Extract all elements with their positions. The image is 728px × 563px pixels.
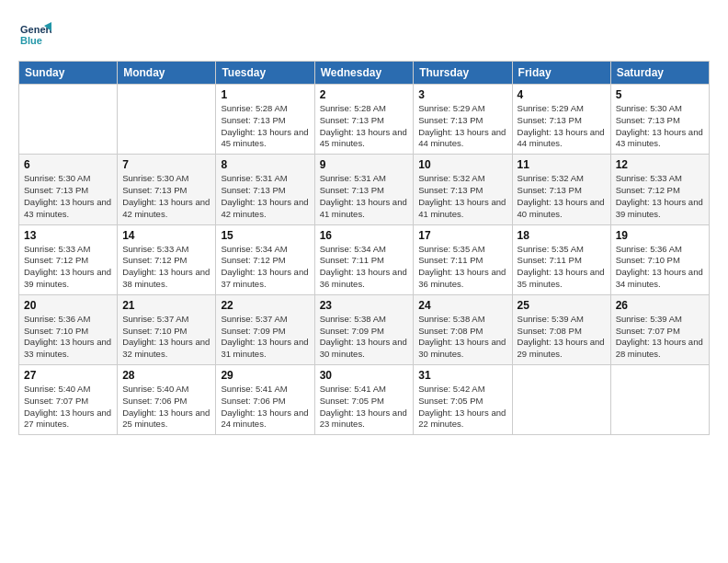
day-info: Sunrise: 5:39 AM Sunset: 7:07 PM Dayligh… bbox=[616, 314, 704, 361]
calendar-week-1: 1Sunrise: 5:28 AM Sunset: 7:13 PM Daylig… bbox=[19, 85, 710, 155]
day-info: Sunrise: 5:28 AM Sunset: 7:13 PM Dayligh… bbox=[320, 103, 409, 150]
day-number: 28 bbox=[122, 369, 210, 382]
day-number: 3 bbox=[418, 88, 506, 101]
calendar-cell: 20Sunrise: 5:36 AM Sunset: 7:10 PM Dayli… bbox=[19, 294, 118, 364]
day-info: Sunrise: 5:31 AM Sunset: 7:13 PM Dayligh… bbox=[320, 173, 409, 220]
col-header-sunday: Sunday bbox=[19, 62, 118, 85]
day-number: 1 bbox=[221, 88, 309, 101]
col-header-friday: Friday bbox=[512, 62, 610, 85]
calendar-week-5: 27Sunrise: 5:40 AM Sunset: 7:07 PM Dayli… bbox=[19, 365, 710, 435]
calendar-cell: 29Sunrise: 5:41 AM Sunset: 7:06 PM Dayli… bbox=[216, 365, 314, 435]
calendar-cell bbox=[118, 85, 216, 155]
calendar-cell: 27Sunrise: 5:40 AM Sunset: 7:07 PM Dayli… bbox=[19, 365, 118, 435]
day-info: Sunrise: 5:35 AM Sunset: 7:11 PM Dayligh… bbox=[418, 244, 506, 291]
calendar-cell: 31Sunrise: 5:42 AM Sunset: 7:05 PM Dayli… bbox=[414, 365, 512, 435]
day-info: Sunrise: 5:40 AM Sunset: 7:06 PM Dayligh… bbox=[122, 384, 210, 431]
day-number: 18 bbox=[518, 229, 606, 242]
calendar-cell: 4Sunrise: 5:29 AM Sunset: 7:13 PM Daylig… bbox=[512, 85, 610, 155]
day-info: Sunrise: 5:32 AM Sunset: 7:13 PM Dayligh… bbox=[418, 173, 506, 220]
day-number: 16 bbox=[320, 229, 409, 242]
day-info: Sunrise: 5:38 AM Sunset: 7:09 PM Dayligh… bbox=[320, 314, 409, 361]
day-info: Sunrise: 5:41 AM Sunset: 7:06 PM Dayligh… bbox=[221, 384, 309, 431]
calendar-cell: 10Sunrise: 5:32 AM Sunset: 7:13 PM Dayli… bbox=[414, 155, 512, 224]
calendar-cell: 5Sunrise: 5:30 AM Sunset: 7:13 PM Daylig… bbox=[610, 85, 709, 155]
day-info: Sunrise: 5:37 AM Sunset: 7:09 PM Dayligh… bbox=[221, 314, 309, 361]
calendar-week-3: 13Sunrise: 5:33 AM Sunset: 7:12 PM Dayli… bbox=[19, 224, 710, 294]
col-header-wednesday: Wednesday bbox=[314, 62, 414, 85]
day-number: 10 bbox=[418, 158, 506, 171]
col-header-saturday: Saturday bbox=[610, 62, 709, 85]
calendar-cell: 9Sunrise: 5:31 AM Sunset: 7:13 PM Daylig… bbox=[314, 155, 414, 224]
calendar-cell: 2Sunrise: 5:28 AM Sunset: 7:13 PM Daylig… bbox=[314, 85, 414, 155]
calendar-cell: 22Sunrise: 5:37 AM Sunset: 7:09 PM Dayli… bbox=[216, 294, 314, 364]
day-number: 5 bbox=[616, 88, 704, 101]
day-info: Sunrise: 5:30 AM Sunset: 7:13 PM Dayligh… bbox=[616, 103, 704, 150]
calendar-cell: 26Sunrise: 5:39 AM Sunset: 7:07 PM Dayli… bbox=[610, 294, 709, 364]
calendar-cell: 14Sunrise: 5:33 AM Sunset: 7:12 PM Dayli… bbox=[118, 224, 216, 294]
day-info: Sunrise: 5:42 AM Sunset: 7:05 PM Dayligh… bbox=[418, 384, 506, 431]
day-info: Sunrise: 5:29 AM Sunset: 7:13 PM Dayligh… bbox=[518, 103, 606, 150]
calendar-cell: 17Sunrise: 5:35 AM Sunset: 7:11 PM Dayli… bbox=[414, 224, 512, 294]
day-number: 13 bbox=[24, 229, 112, 242]
calendar-cell: 11Sunrise: 5:32 AM Sunset: 7:13 PM Dayli… bbox=[512, 155, 610, 224]
day-number: 19 bbox=[616, 229, 704, 242]
day-number: 29 bbox=[221, 369, 309, 382]
day-info: Sunrise: 5:33 AM Sunset: 7:12 PM Dayligh… bbox=[122, 244, 210, 291]
calendar-cell bbox=[19, 85, 118, 155]
day-number: 25 bbox=[518, 299, 606, 312]
day-info: Sunrise: 5:32 AM Sunset: 7:13 PM Dayligh… bbox=[518, 173, 606, 220]
calendar-table: SundayMondayTuesdayWednesdayThursdayFrid… bbox=[18, 61, 710, 435]
calendar-cell: 25Sunrise: 5:39 AM Sunset: 7:08 PM Dayli… bbox=[512, 294, 610, 364]
day-number: 11 bbox=[518, 158, 606, 171]
day-number: 20 bbox=[24, 299, 112, 312]
day-number: 26 bbox=[616, 299, 704, 312]
day-info: Sunrise: 5:35 AM Sunset: 7:11 PM Dayligh… bbox=[518, 244, 606, 291]
col-header-monday: Monday bbox=[118, 62, 216, 85]
day-number: 24 bbox=[418, 299, 506, 312]
day-info: Sunrise: 5:28 AM Sunset: 7:13 PM Dayligh… bbox=[221, 103, 309, 150]
calendar-cell: 28Sunrise: 5:40 AM Sunset: 7:06 PM Dayli… bbox=[118, 365, 216, 435]
day-number: 7 bbox=[122, 158, 210, 171]
calendar-cell: 30Sunrise: 5:41 AM Sunset: 7:05 PM Dayli… bbox=[314, 365, 414, 435]
day-info: Sunrise: 5:33 AM Sunset: 7:12 PM Dayligh… bbox=[616, 173, 704, 220]
day-number: 31 bbox=[418, 369, 506, 382]
calendar-cell: 12Sunrise: 5:33 AM Sunset: 7:12 PM Dayli… bbox=[610, 155, 709, 224]
logo-icon: General Blue bbox=[18, 18, 51, 52]
day-number: 21 bbox=[122, 299, 210, 312]
calendar-cell: 23Sunrise: 5:38 AM Sunset: 7:09 PM Dayli… bbox=[314, 294, 414, 364]
calendar-cell: 7Sunrise: 5:30 AM Sunset: 7:13 PM Daylig… bbox=[118, 155, 216, 224]
day-number: 23 bbox=[320, 299, 409, 312]
logo: General Blue bbox=[18, 18, 55, 52]
day-info: Sunrise: 5:41 AM Sunset: 7:05 PM Dayligh… bbox=[320, 384, 409, 431]
calendar-week-2: 6Sunrise: 5:30 AM Sunset: 7:13 PM Daylig… bbox=[19, 155, 710, 224]
calendar-cell: 6Sunrise: 5:30 AM Sunset: 7:13 PM Daylig… bbox=[19, 155, 118, 224]
day-info: Sunrise: 5:36 AM Sunset: 7:10 PM Dayligh… bbox=[616, 244, 704, 291]
col-header-thursday: Thursday bbox=[414, 62, 512, 85]
day-number: 12 bbox=[616, 158, 704, 171]
day-info: Sunrise: 5:30 AM Sunset: 7:13 PM Dayligh… bbox=[122, 173, 210, 220]
day-number: 30 bbox=[320, 369, 409, 382]
day-number: 15 bbox=[221, 229, 309, 242]
calendar-cell bbox=[512, 365, 610, 435]
day-number: 4 bbox=[518, 88, 606, 101]
day-info: Sunrise: 5:31 AM Sunset: 7:13 PM Dayligh… bbox=[221, 173, 309, 220]
day-number: 14 bbox=[122, 229, 210, 242]
calendar-cell bbox=[610, 365, 709, 435]
calendar-cell: 8Sunrise: 5:31 AM Sunset: 7:13 PM Daylig… bbox=[216, 155, 314, 224]
col-header-tuesday: Tuesday bbox=[216, 62, 314, 85]
calendar-cell: 1Sunrise: 5:28 AM Sunset: 7:13 PM Daylig… bbox=[216, 85, 314, 155]
day-number: 8 bbox=[221, 158, 309, 171]
day-info: Sunrise: 5:34 AM Sunset: 7:12 PM Dayligh… bbox=[221, 244, 309, 291]
calendar-cell: 16Sunrise: 5:34 AM Sunset: 7:11 PM Dayli… bbox=[314, 224, 414, 294]
day-number: 22 bbox=[221, 299, 309, 312]
calendar-cell: 21Sunrise: 5:37 AM Sunset: 7:10 PM Dayli… bbox=[118, 294, 216, 364]
calendar-cell: 18Sunrise: 5:35 AM Sunset: 7:11 PM Dayli… bbox=[512, 224, 610, 294]
day-number: 17 bbox=[418, 229, 506, 242]
calendar-cell: 13Sunrise: 5:33 AM Sunset: 7:12 PM Dayli… bbox=[19, 224, 118, 294]
svg-text:Blue: Blue bbox=[20, 35, 42, 46]
calendar-cell: 24Sunrise: 5:38 AM Sunset: 7:08 PM Dayli… bbox=[414, 294, 512, 364]
day-info: Sunrise: 5:34 AM Sunset: 7:11 PM Dayligh… bbox=[320, 244, 409, 291]
day-info: Sunrise: 5:38 AM Sunset: 7:08 PM Dayligh… bbox=[418, 314, 506, 361]
calendar-week-4: 20Sunrise: 5:36 AM Sunset: 7:10 PM Dayli… bbox=[19, 294, 710, 364]
page-header: General Blue bbox=[18, 18, 710, 52]
